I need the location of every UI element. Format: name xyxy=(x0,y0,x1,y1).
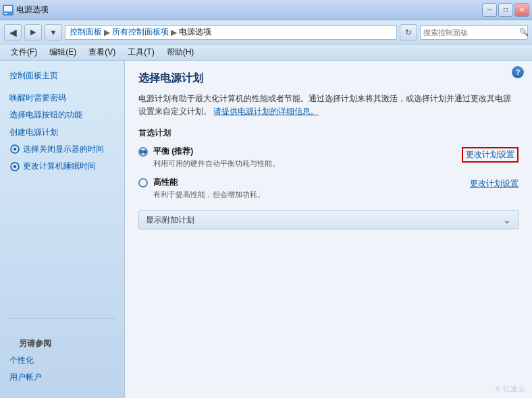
svg-rect-2 xyxy=(4,13,7,14)
desc-text1: 电源计划有助于最大化计算机的性能或者节能。通过选择计划来将其激活，或选择计划并通… xyxy=(138,94,511,116)
display-icon xyxy=(9,144,20,154)
menu-file[interactable]: 文件(F) xyxy=(5,45,43,59)
change-plan-balanced[interactable]: 更改计划设置 xyxy=(462,147,518,163)
sidebar-item-wakepassword[interactable]: 唤醒时需要密码 xyxy=(0,90,124,107)
plan-name-balanced: 平衡 (推荐) xyxy=(153,146,280,157)
breadcrumb-item-current: 电源选项 xyxy=(179,26,211,38)
radio-balanced[interactable] xyxy=(138,147,148,157)
back-button[interactable]: ◀ xyxy=(4,24,22,40)
refresh-button[interactable]: ↻ xyxy=(400,24,417,40)
window-controls: ─ □ ✕ xyxy=(482,3,529,17)
breadcrumb-item-controlpanel[interactable]: 控制面板 xyxy=(70,26,102,38)
maximize-button[interactable]: □ xyxy=(498,3,513,17)
sidebar-item-createplan[interactable]: 创建电源计划 xyxy=(0,124,124,141)
detail-link[interactable]: 请提供电源计划的详细信息。 xyxy=(213,107,319,116)
plan-info-highperf: 高性能 有利于提高性能，但会增加功耗。 xyxy=(153,177,265,200)
plan-left-highperf: 高性能 有利于提高性能，但会增加功耗。 xyxy=(138,177,265,200)
show-more-bar[interactable]: 显示附加计划 ⌄ xyxy=(138,210,518,229)
svg-point-6 xyxy=(14,165,16,168)
show-more-text: 显示附加计划 xyxy=(146,215,194,226)
window-icon xyxy=(3,5,14,16)
sidebar-item-sleep[interactable]: 更改计算机睡眠时间 xyxy=(0,158,124,175)
address-bar: ◀ ▶ ▼ 控制面板 ▶ 所有控制面板项 ▶ 电源选项 ↻ 🔍 xyxy=(0,20,532,45)
menu-help[interactable]: 帮助(H) xyxy=(161,45,200,59)
watermark: ⊕ 亿速云 xyxy=(495,384,525,394)
plan-left-balanced: 平衡 (推荐) 利用可用的硬件自动平衡功耗与性能。 xyxy=(138,146,280,169)
sidebar-item-display[interactable]: 选择关闭显示器的时间 xyxy=(0,141,124,158)
search-input[interactable] xyxy=(421,28,519,36)
plan-name-highperf: 高性能 xyxy=(153,177,265,188)
plan-info-balanced: 平衡 (推荐) 利用可用的硬件自动平衡功耗与性能。 xyxy=(153,146,280,169)
plan-row-highperf: 高性能 有利于提高性能，但会增加功耗。 更改计划设置 xyxy=(138,177,518,200)
menu-edit[interactable]: 编辑(E) xyxy=(44,45,82,59)
main-area: 控制面板主页 唤醒时需要密码 选择电源按钮的功能 创建电源计划 选择关闭显示器的… xyxy=(0,61,532,398)
sidebar-bottom: 另请参阅 个性化 用户帐户 xyxy=(0,324,124,391)
menu-view[interactable]: 查看(V) xyxy=(83,45,121,59)
show-more-arrow-icon: ⌄ xyxy=(503,215,511,225)
search-button[interactable]: 🔍 xyxy=(519,26,529,39)
close-button[interactable]: ✕ xyxy=(514,3,529,17)
forward-button[interactable]: ▶ xyxy=(24,24,42,40)
sidebar-divider xyxy=(9,318,115,319)
plan-row-balanced: 平衡 (推荐) 利用可用的硬件自动平衡功耗与性能。 更改计划设置 xyxy=(138,146,518,169)
plan-desc-highperf: 有利于提高性能，但会增加功耗。 xyxy=(153,190,265,200)
help-icon[interactable]: ? xyxy=(512,66,524,78)
sidebar-item-powerbutton[interactable]: 选择电源按钮的功能 xyxy=(0,107,124,123)
window-title: 电源选项 xyxy=(16,4,49,16)
dropdown-button[interactable]: ▼ xyxy=(45,24,62,40)
minimize-button[interactable]: ─ xyxy=(482,3,497,17)
svg-point-4 xyxy=(14,148,16,150)
change-plan-highperf[interactable]: 更改计划设置 xyxy=(470,178,518,190)
sidebar: 控制面板主页 唤醒时需要密码 选择电源按钮的功能 创建电源计划 选择关闭显示器的… xyxy=(0,61,125,398)
sidebar-item-useraccount[interactable]: 用户帐户 xyxy=(9,369,115,386)
menu-bar: 文件(F) 编辑(E) 查看(V) 工具(T) 帮助(H) xyxy=(0,45,532,61)
sleep-icon xyxy=(9,161,20,172)
radio-highperf[interactable] xyxy=(138,178,148,188)
content-description: 电源计划有助于最大化计算机的性能或者节能。通过选择计划来将其激活，或选择计划并通… xyxy=(138,92,518,118)
breadcrumb: 控制面板 ▶ 所有控制面板项 ▶ 电源选项 xyxy=(65,25,397,40)
search-box: 🔍 xyxy=(420,25,528,40)
page-title: 选择电源计划 xyxy=(138,72,518,86)
sidebar-item-personalization[interactable]: 个性化 xyxy=(9,352,115,369)
sidebar-item-home[interactable]: 控制面板主页 xyxy=(0,67,124,84)
menu-tools[interactable]: 工具(T) xyxy=(122,45,159,59)
see-also-title: 另请参阅 xyxy=(9,330,115,352)
content-area: ? 选择电源计划 电源计划有助于最大化计算机的性能或者节能。通过选择计划来将其激… xyxy=(125,61,532,398)
svg-rect-1 xyxy=(4,6,12,11)
title-bar: 电源选项 ─ □ ✕ xyxy=(0,0,532,20)
breadcrumb-item-allitems[interactable]: 所有控制面板项 xyxy=(112,26,169,38)
title-bar-left: 电源选项 xyxy=(3,4,49,16)
section-label: 首选计划 xyxy=(138,127,518,139)
plan-desc-balanced: 利用可用的硬件自动平衡功耗与性能。 xyxy=(153,159,280,169)
